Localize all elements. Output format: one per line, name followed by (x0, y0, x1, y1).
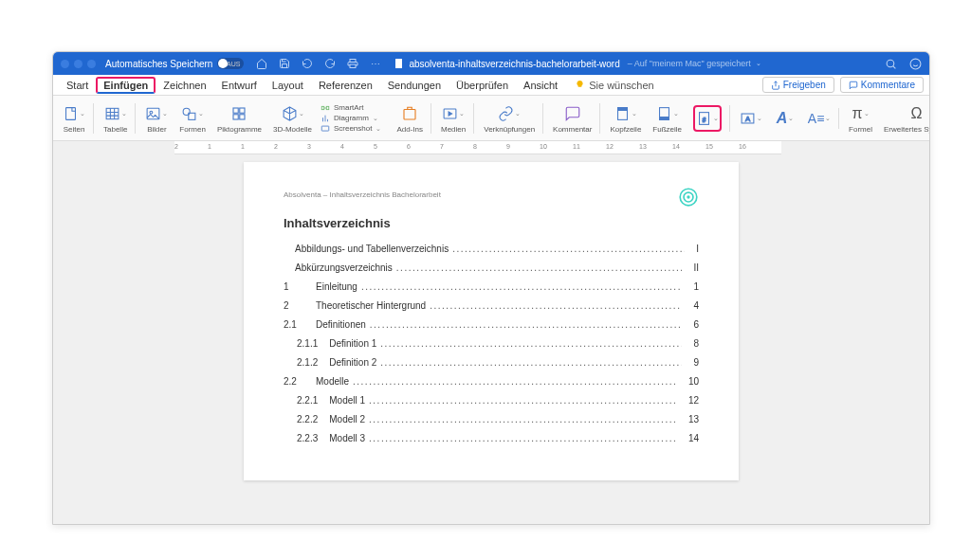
toc-text: Modell 1 (329, 395, 365, 406)
toc-page: 1 (693, 281, 699, 292)
seitenzahl-highlight: #⌄ (693, 105, 722, 132)
tab-ansicht[interactable]: Ansicht (516, 77, 565, 94)
toc-num: 1 (284, 281, 304, 292)
titlebar: Automatisches Speichern AUS ⋯ absolventa… (53, 52, 929, 75)
tab-zeichnen[interactable]: Zeichnen (156, 77, 213, 94)
close-dot[interactable] (61, 60, 69, 68)
toc-dots: ........................................… (380, 338, 682, 349)
toc-entry: 2.2Modelle .............................… (284, 376, 699, 387)
home-icon[interactable] (255, 57, 268, 70)
share-button[interactable]: Freigeben (762, 77, 834, 93)
search-icon[interactable] (884, 57, 897, 70)
toc-page: 9 (693, 357, 699, 368)
ribbon-smartart[interactable]: SmartArt (320, 103, 381, 113)
ribbon-piktogramme[interactable]: Piktogramme (213, 103, 266, 134)
comments-label: Kommentare (861, 80, 915, 90)
toc-entry: 2.1.2Definition 2 ......................… (284, 357, 699, 368)
autosave-toggle[interactable]: Automatisches Speichern AUS (105, 58, 244, 69)
toc-dots: ........................................… (430, 300, 682, 311)
ribbon-screenshot[interactable]: Screenshot⌄ (320, 124, 381, 134)
comments-button[interactable]: Kommentare (840, 77, 924, 93)
ribbon-verknuepfungen[interactable]: ⌄ Verknüpfungen (480, 103, 543, 134)
title-chevron-icon[interactable]: ⌄ (756, 60, 761, 67)
ribbon-textbox[interactable]: A⌄ (736, 108, 766, 129)
toc-dots: ........................................… (369, 414, 677, 425)
tab-sendungen[interactable]: Sendungen (380, 77, 449, 94)
svg-point-8 (150, 111, 153, 114)
svg-point-33 (687, 195, 689, 198)
toc-page: 6 (693, 319, 699, 330)
toc-dots: ........................................… (361, 281, 683, 292)
tab-einfuegen[interactable]: Einfügen (96, 77, 156, 94)
footer-icon: ⌄ (656, 103, 679, 124)
ribbon-seitenzahl[interactable]: #⌄ Seitenzahl Seitenzahlen formatieren..… (689, 105, 730, 132)
toc-entry: 2.2.2Modell 2 ..........................… (284, 414, 699, 425)
pages-icon: ⌄ (63, 103, 85, 124)
ribbon-smartart-group: SmartArt Diagramm⌄ Screenshot⌄ (320, 103, 389, 134)
toc-dots: ........................................… (353, 376, 677, 387)
ribbon-kopfzeile[interactable]: ⌄ Kopfzeile (606, 103, 645, 134)
redo-icon[interactable] (323, 57, 337, 70)
ribbon-fusszeile[interactable]: ⌄ Fußzeile (649, 103, 686, 134)
toc-page: II (693, 262, 699, 273)
quick-access: ⋯ (255, 57, 382, 70)
horizontal-ruler[interactable]: 2112345678910111213141516 (174, 141, 781, 154)
textbox-icon: A⌄ (740, 108, 762, 129)
ruler-mark: 11 (573, 143, 580, 150)
toc-text: Abkürzungsverzeichnis (295, 262, 393, 273)
media-icon: ⌄ (442, 103, 465, 124)
tab-start[interactable]: Start (59, 77, 96, 94)
ribbon-bilder[interactable]: ⌄ Bilder (141, 103, 172, 134)
ribbon-medien[interactable]: ⌄ Medien (437, 103, 474, 134)
ribbon-dropcap[interactable]: A≡⌄ (804, 108, 839, 129)
ruler-mark: 9 (506, 143, 510, 150)
max-dot[interactable] (87, 60, 96, 68)
print-icon[interactable] (346, 57, 359, 70)
autosave-label: Automatisches Speichern (105, 59, 212, 69)
svg-rect-14 (240, 114, 245, 118)
word-doc-icon (394, 58, 405, 69)
ribbon-wordart[interactable]: A⌄ (770, 108, 800, 129)
tab-ueberpruefen[interactable]: Überprüfen (449, 77, 516, 94)
ruler-mark: 12 (606, 143, 614, 150)
save-icon[interactable] (278, 57, 291, 70)
ribbon-seiten[interactable]: ⌄ Seiten (59, 103, 94, 134)
svg-point-4 (910, 59, 921, 69)
document-canvas[interactable]: 2112345678910111213141516 Absolventa – I… (53, 141, 929, 524)
ribbon-addins[interactable]: Add-Ins (393, 103, 431, 134)
svg-rect-6 (106, 108, 119, 118)
min-dot[interactable] (74, 60, 82, 68)
toc-entry: Abkürzungsverzeichnis ..................… (284, 262, 699, 273)
symbol-icon: Ω (905, 103, 927, 124)
ruler-mark: 16 (739, 143, 746, 150)
comment-icon (849, 81, 858, 90)
ribbon-tabelle[interactable]: ⌄ Tabelle (100, 103, 136, 134)
shapes-icon: ⌄ (181, 103, 204, 124)
svg-text:A: A (745, 114, 751, 122)
tell-me[interactable]: Sie wünschen (575, 80, 654, 91)
tab-entwurf[interactable]: Entwurf (214, 77, 265, 94)
toc-num: 2.2.3 (297, 433, 318, 443)
ribbon-formen[interactable]: ⌄ Formen (175, 103, 210, 134)
ribbon-formel[interactable]: π⌄ Formel (845, 103, 876, 134)
smiley-icon[interactable] (908, 57, 922, 70)
toc-title: Inhaltsverzeichnis (284, 216, 699, 230)
ellipsis-icon[interactable]: ⋯ (369, 57, 382, 70)
autosave-switch[interactable]: AUS (217, 58, 244, 69)
ribbon-symbol[interactable]: Ω Erweitertes Symbol (880, 103, 930, 134)
ribbon-kommentar[interactable]: Kommentar (549, 103, 600, 134)
toc-text: Modelle (316, 376, 349, 387)
share-icon (771, 81, 780, 90)
tab-layout[interactable]: Layout (265, 77, 311, 94)
document-page[interactable]: Absolventa – Inhaltsverzeichnis Bachelor… (244, 162, 739, 480)
menu-right: Freigeben Kommentare (762, 77, 924, 93)
ribbon-diagramm[interactable]: Diagramm⌄ (320, 114, 381, 123)
header-icon: ⌄ (614, 103, 637, 124)
ruler-mark: 13 (639, 143, 647, 150)
icons-icon (228, 103, 250, 124)
toc-dots: ........................................… (369, 395, 677, 406)
ribbon-3dmodelle[interactable]: ⌄ 3D-Modelle (269, 103, 316, 134)
undo-icon[interactable] (301, 57, 314, 70)
toc-num: 2.2 (284, 376, 304, 387)
tab-referenzen[interactable]: Referenzen (311, 77, 380, 94)
